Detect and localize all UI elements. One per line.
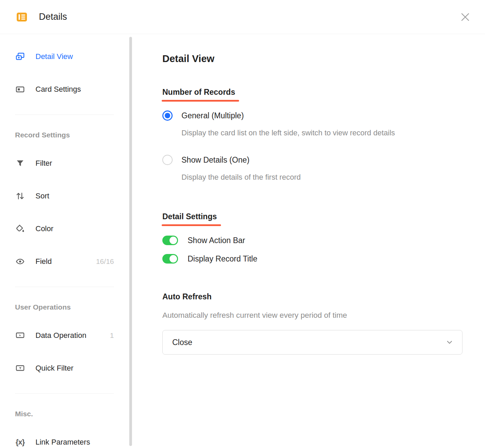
sidebar-item-label: Link Parameters — [35, 438, 90, 447]
radio-option-description: Display the details of the first record — [181, 173, 462, 182]
toggle-on-icon[interactable] — [162, 236, 178, 245]
detail-view-icon — [15, 51, 25, 62]
sidebar-item-filter[interactable]: Filter — [15, 147, 114, 180]
sidebar-section-user-operations: User Operations — [15, 302, 114, 312]
sidebar-item-label: Color — [35, 224, 54, 233]
color-icon — [15, 224, 25, 234]
details-doc-icon — [16, 11, 28, 23]
auto-refresh-description: Automatically refresh current view every… — [162, 311, 462, 320]
toggle-row-display-record-title[interactable]: Display Record Title — [162, 254, 462, 264]
radio-option-label: General (Multiple) — [181, 111, 244, 120]
toggle-label: Display Record Title — [188, 254, 258, 264]
sidebar-divider — [15, 287, 114, 287]
sidebar-item-label: Field — [35, 257, 52, 266]
link-parameters-icon: {x} — [15, 437, 25, 447]
card-settings-icon — [15, 84, 25, 94]
sidebar-item-field[interactable]: Field 16/16 — [15, 245, 114, 278]
sidebar-item-link-parameters[interactable]: {x} Link Parameters — [15, 426, 114, 448]
auto-refresh-select-value: Close — [172, 338, 192, 347]
detail-settings-heading: Detail Settings — [162, 211, 217, 222]
auto-refresh-section: Auto Refresh Automatically refresh curre… — [162, 291, 462, 355]
field-icon — [15, 256, 25, 267]
sidebar-item-label: Detail View — [35, 52, 73, 61]
number-of-records-heading: Number of Records — [162, 87, 235, 98]
data-operation-count-badge: 1 — [110, 331, 114, 340]
sidebar-item-color[interactable]: Color — [15, 212, 114, 245]
sidebar-item-label: Sort — [35, 192, 49, 200]
toggle-on-icon[interactable] — [162, 254, 178, 264]
data-operation-icon — [15, 330, 25, 341]
sidebar-item-label: Data Operation — [35, 331, 86, 340]
sidebar-item-detail-view[interactable]: Detail View — [15, 40, 114, 73]
auto-refresh-heading: Auto Refresh — [162, 291, 462, 302]
sidebar-item-data-operation[interactable]: Data Operation 1 — [15, 319, 114, 352]
field-count-badge: 16/16 — [96, 257, 114, 266]
radio-option-show-details-one[interactable]: Show Details (One) — [162, 155, 462, 165]
sidebar-divider — [15, 393, 114, 394]
sidebar-item-label: Card Settings — [35, 85, 81, 94]
settings-panel: Detail View Number of Records General (M… — [131, 34, 485, 448]
sidebar-item-sort[interactable]: Sort — [15, 180, 114, 212]
radio-option-label: Show Details (One) — [181, 155, 249, 165]
sidebar-item-quick-filter[interactable]: Quick Filter — [15, 352, 114, 385]
radio-selected-icon[interactable] — [162, 110, 173, 121]
chevron-down-icon — [446, 339, 453, 346]
dialog-header: Details — [0, 0, 485, 34]
toggle-label: Show Action Bar — [188, 236, 245, 245]
page-title: Detail View — [162, 51, 462, 66]
sidebar-section-misc: Misc. — [15, 409, 114, 419]
sidebar-scrollbar[interactable] — [129, 37, 132, 446]
toggle-row-show-action-bar[interactable]: Show Action Bar — [162, 236, 462, 245]
detail-settings-section: Detail Settings Show Action Bar Display … — [162, 211, 462, 264]
sidebar-section-record-settings: Record Settings — [15, 130, 114, 140]
radio-unselected-icon[interactable] — [162, 155, 173, 165]
sort-icon — [15, 191, 25, 201]
settings-sidebar: Detail View Card Settings Record Setting… — [0, 34, 131, 448]
number-of-records-section: Number of Records General (Multiple) Dis… — [162, 87, 462, 182]
sidebar-item-label: Quick Filter — [35, 364, 73, 373]
close-button[interactable] — [458, 10, 472, 24]
sidebar-item-label: Filter — [35, 159, 52, 168]
sidebar-item-card-settings[interactable]: Card Settings — [15, 73, 114, 106]
filter-icon — [15, 158, 25, 168]
sidebar-divider — [15, 115, 114, 115]
dialog-title: Details — [39, 12, 67, 22]
radio-option-description: Display the card list on the left side, … — [181, 128, 462, 138]
close-icon — [460, 12, 470, 22]
radio-option-general-multiple[interactable]: General (Multiple) — [162, 110, 462, 121]
quick-filter-icon — [15, 363, 25, 373]
auto-refresh-select[interactable]: Close — [162, 330, 462, 355]
